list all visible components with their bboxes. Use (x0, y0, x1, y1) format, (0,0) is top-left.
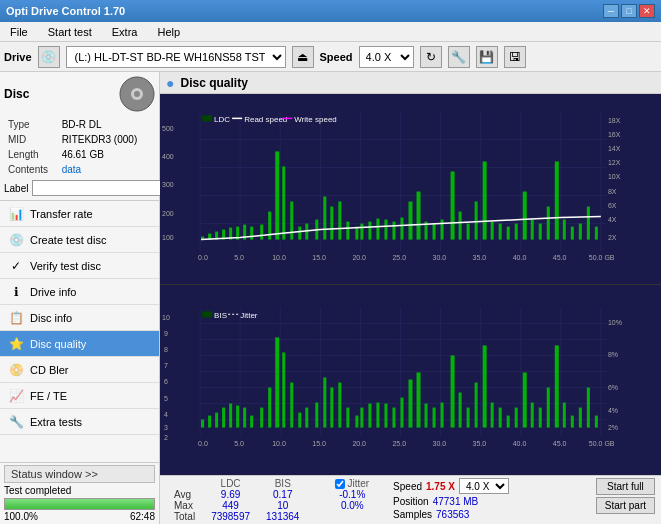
svg-rect-145 (392, 408, 395, 428)
menu-help[interactable]: Help (151, 24, 186, 40)
svg-rect-121 (208, 416, 211, 428)
toolbar: Drive 💿 (L:) HL-DT-ST BD-RE WH16NS58 TST… (0, 42, 661, 72)
maximize-button[interactable]: □ (621, 4, 637, 18)
drive-select[interactable]: (L:) HL-DT-ST BD-RE WH16NS58 TST4 (66, 46, 286, 68)
svg-rect-164 (547, 388, 550, 428)
svg-text:30.0: 30.0 (433, 254, 447, 261)
disc-quality-label: Disc quality (30, 338, 86, 350)
disc-icon (119, 76, 155, 112)
svg-rect-29 (275, 151, 279, 239)
create-test-label: Create test disc (30, 234, 106, 246)
disc-info-label: Disc info (30, 312, 72, 324)
svg-text:5: 5 (164, 395, 168, 402)
speed-row: Speed 1.75 X 4.0 X (393, 478, 509, 494)
svg-rect-62 (539, 224, 542, 240)
svg-rect-59 (515, 224, 518, 240)
label-input[interactable] (32, 180, 161, 196)
speed-select[interactable]: 4.0 X (359, 46, 414, 68)
svg-rect-37 (338, 202, 341, 240)
start-part-button[interactable]: Start part (596, 497, 655, 514)
eject-button[interactable]: ⏏ (292, 46, 314, 68)
svg-rect-122 (215, 413, 218, 428)
total-ldc: 7398597 (203, 511, 258, 522)
svg-text:25.0: 25.0 (392, 440, 406, 447)
svg-rect-126 (243, 408, 246, 428)
sidebar-item-cd-bler[interactable]: 📀 CD Bler (0, 357, 159, 383)
svg-rect-133 (298, 413, 301, 428)
svg-text:LDC: LDC (214, 115, 230, 124)
refresh-button[interactable]: ↻ (420, 46, 442, 68)
sidebar-item-disc-quality[interactable]: ⭐ Disc quality (0, 331, 159, 357)
svg-text:0.0: 0.0 (198, 254, 208, 261)
svg-rect-131 (282, 352, 285, 427)
drive-label: Drive (4, 51, 32, 63)
avg-ldc: 9.69 (203, 489, 258, 500)
sidebar-item-drive-info[interactable]: ℹ Drive info (0, 279, 159, 305)
stats-bar: LDC BIS Jitter (160, 475, 661, 524)
svg-text:8X: 8X (608, 188, 617, 195)
sidebar-item-disc-info[interactable]: 📋 Disc info (0, 305, 159, 331)
ldc-chart: LDC Read speed Write speed 500 400 300 2… (160, 94, 661, 285)
samples-value: 763563 (436, 509, 469, 520)
svg-rect-170 (595, 416, 598, 428)
ldc-chart-svg: LDC Read speed Write speed 500 400 300 2… (160, 94, 661, 284)
config-button[interactable]: 🔧 (448, 46, 470, 68)
close-button[interactable]: ✕ (639, 4, 655, 18)
svg-text:10X: 10X (608, 173, 621, 180)
svg-rect-142 (368, 404, 371, 428)
menu-file[interactable]: File (4, 24, 34, 40)
avg-bis: 0.17 (258, 489, 307, 500)
fe-te-icon: 📈 (8, 388, 24, 404)
sidebar-item-create-test-disc[interactable]: 💿 Create test disc (0, 227, 159, 253)
sidebar-item-extra-tests[interactable]: 🔧 Extra tests (0, 409, 159, 435)
svg-rect-135 (315, 403, 318, 428)
jitter-checkbox[interactable] (335, 479, 345, 489)
start-full-button[interactable]: Start full (596, 478, 655, 495)
svg-text:100: 100 (162, 234, 174, 241)
svg-text:20.0: 20.0 (352, 254, 366, 261)
sidebar-item-transfer-rate[interactable]: 📊 Transfer rate (0, 201, 159, 227)
status-window-button[interactable]: Status window >> (4, 465, 155, 483)
svg-rect-143 (376, 403, 379, 428)
contents-label: Contents (6, 163, 58, 176)
verify-test-icon: ✓ (8, 258, 24, 274)
svg-rect-49 (433, 224, 436, 240)
svg-text:4: 4 (164, 411, 168, 418)
svg-text:2%: 2% (608, 424, 618, 431)
menu-extra[interactable]: Extra (106, 24, 144, 40)
svg-rect-149 (425, 404, 428, 428)
svg-rect-167 (571, 416, 574, 428)
progress-fill (5, 499, 154, 509)
svg-text:10.0: 10.0 (272, 254, 286, 261)
sidebar-item-fe-te[interactable]: 📈 FE / TE (0, 383, 159, 409)
svg-rect-32 (298, 227, 301, 240)
svg-text:BIS: BIS (214, 311, 227, 320)
svg-rect-147 (408, 379, 412, 427)
svg-rect-150 (433, 408, 436, 428)
sidebar-item-verify-test-disc[interactable]: ✓ Verify test disc (0, 253, 159, 279)
svg-text:8%: 8% (608, 351, 618, 358)
disc-quality-header: ● Disc quality (160, 72, 661, 94)
minimize-button[interactable]: ─ (603, 4, 619, 18)
svg-text:400: 400 (162, 153, 174, 160)
svg-rect-65 (563, 220, 566, 240)
speed-select-stat[interactable]: 4.0 X (459, 478, 509, 494)
progress-pct: 100.0% (4, 511, 38, 522)
svg-rect-70 (202, 115, 212, 121)
svg-rect-130 (275, 337, 279, 427)
svg-rect-68 (587, 207, 590, 240)
svg-rect-35 (323, 197, 326, 240)
svg-text:Read speed: Read speed (244, 115, 287, 124)
total-bis: 131364 (258, 511, 307, 522)
svg-text:30.0: 30.0 (433, 440, 447, 447)
drive-icon-btn[interactable]: 💿 (38, 46, 60, 68)
svg-text:9: 9 (164, 330, 168, 337)
bis-chart: BIS Jitter 10 9 8 7 6 5 4 3 2 10% 8% (160, 285, 661, 475)
svg-text:4X: 4X (608, 216, 617, 223)
svg-point-2 (134, 91, 140, 97)
save-button[interactable]: 🖫 (504, 46, 526, 68)
menu-start-test[interactable]: Start test (42, 24, 98, 40)
svg-rect-158 (499, 408, 502, 428)
media-button[interactable]: 💾 (476, 46, 498, 68)
svg-rect-41 (368, 222, 371, 240)
